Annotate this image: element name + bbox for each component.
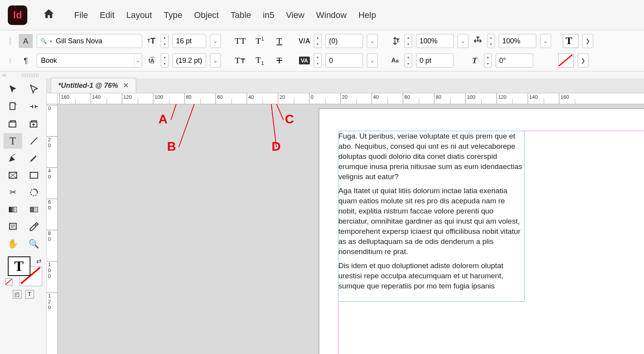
ruler-origin[interactable]	[47, 93, 58, 104]
menu-in5[interactable]: in5	[263, 10, 274, 20]
menu-window[interactable]: Window	[316, 10, 347, 20]
leading-dropdown[interactable]: ⌄	[210, 53, 221, 68]
leading-icon: tA	[146, 57, 157, 64]
font-style-input[interactable]	[37, 57, 134, 65]
character-mode-button[interactable]: A	[19, 34, 33, 48]
font-size-icon: TT	[146, 36, 157, 46]
vscale-field[interactable]	[416, 34, 454, 48]
menu-file[interactable]: File	[74, 10, 88, 20]
more-options-button-2[interactable]: ❯	[578, 53, 589, 68]
hscale-dropdown[interactable]: ⌄	[540, 34, 551, 48]
rectangle-tool[interactable]	[25, 167, 43, 183]
tracking-field[interactable]	[326, 53, 363, 68]
type-tool[interactable]: T	[4, 133, 22, 149]
kerning-field[interactable]	[326, 34, 363, 48]
menu-layout[interactable]: Layout	[126, 10, 152, 20]
menu-edit[interactable]: Edit	[100, 10, 114, 20]
zoom-tool[interactable]: 🔍	[25, 236, 43, 252]
fill-stroke-swatches[interactable]: T ⇄	[5, 256, 42, 286]
all-caps-button[interactable]: TT	[233, 36, 248, 46]
subscript-button[interactable]: T1	[252, 55, 268, 66]
font-style-combo[interactable]: ⌄	[37, 53, 142, 68]
free-transform-tool[interactable]	[25, 185, 43, 200]
font-size-field[interactable]	[173, 34, 206, 48]
hand-tool[interactable]: ✋	[4, 236, 22, 252]
menu-object[interactable]: Object	[194, 10, 219, 20]
line-tool[interactable]	[25, 133, 43, 149]
tracking-spinner[interactable]: ▲▼	[314, 53, 322, 68]
rectangle-frame-tool[interactable]	[4, 167, 22, 183]
document-tab-bar: *Untitled-1 @ 76% ✕	[47, 78, 644, 93]
hscale-field[interactable]	[499, 34, 536, 48]
gap-tool[interactable]	[25, 99, 43, 114]
formatting-container-button[interactable]: ◰	[13, 290, 21, 299]
skew-spinner[interactable]: ▲▼	[484, 53, 492, 68]
page-tool[interactable]	[4, 99, 22, 114]
menu-view[interactable]: View	[286, 10, 304, 20]
swap-icon[interactable]: ⇄	[36, 257, 41, 265]
baseline-spinner[interactable]: ▲▼	[404, 53, 412, 68]
ruler-tick: 40	[372, 93, 403, 104]
tracking-dropdown[interactable]: ⌄	[367, 53, 378, 68]
font-family-combo[interactable]: 🔍 ▾ ⌄	[37, 34, 142, 48]
font-size-spinner[interactable]: ▲▼	[161, 34, 169, 48]
vscale-spinner[interactable]: ▲▼	[404, 34, 412, 48]
superscript-button[interactable]: T1	[252, 36, 268, 46]
content-collector-tool[interactable]	[4, 116, 22, 132]
scissors-tool[interactable]: ✂	[4, 185, 22, 200]
gradient-feather-tool[interactable]	[25, 202, 43, 217]
ruler-tick: 80	[47, 230, 57, 261]
small-caps-button[interactable]: Tᴛ	[233, 55, 248, 66]
document-tab-title: *Untitled-1 @ 76%	[58, 82, 118, 90]
paragraph-mode-button[interactable]: ¶	[19, 53, 33, 68]
kerning-spinner[interactable]: ▲▼	[314, 34, 322, 48]
panel-grip[interactable]	[8, 37, 12, 44]
annotation-d: D	[272, 139, 281, 154]
svg-text:T: T	[476, 36, 480, 42]
strikethrough-button[interactable]: T	[272, 55, 287, 66]
stroke-swatch[interactable]	[558, 53, 574, 68]
panel-grip[interactable]	[8, 59, 12, 62]
leading-field[interactable]	[173, 53, 206, 68]
direct-selection-tool[interactable]	[25, 82, 43, 97]
pasteboard[interactable]: Fuga. Ut peribus, veriae voluptate et qu…	[58, 104, 644, 354]
annotation-b: B	[167, 139, 176, 154]
vscale-dropdown[interactable]: ⌄	[457, 34, 468, 48]
eyedropper-tool[interactable]	[25, 219, 43, 235]
page[interactable]: Fuga. Ut peribus, veriae voluptate et qu…	[319, 109, 644, 354]
content-placer-tool[interactable]	[25, 116, 43, 132]
text-frame[interactable]: Fuga. Ut peribus, veriae voluptate et qu…	[338, 131, 525, 302]
font-family-input[interactable]	[53, 37, 149, 45]
formatting-text-button[interactable]: T	[25, 290, 34, 299]
font-size-dropdown[interactable]: ⌄	[210, 34, 221, 48]
menu-type[interactable]: Type	[164, 10, 182, 20]
more-options-button[interactable]: ❯	[582, 34, 593, 48]
baseline-field[interactable]	[416, 53, 454, 68]
kerning-dropdown[interactable]: ⌄	[367, 34, 378, 48]
ruler-tick: 80	[434, 93, 465, 104]
underline-button[interactable]: T	[272, 36, 287, 46]
menu-help[interactable]: Help	[358, 10, 376, 20]
note-tool[interactable]	[4, 219, 22, 235]
body-text[interactable]: Fuga. Ut peribus, veriae voluptate et qu…	[338, 131, 524, 291]
pen-tool[interactable]	[4, 150, 22, 166]
pencil-tool[interactable]	[25, 150, 43, 166]
fill-swatch[interactable]: T	[563, 34, 578, 48]
gradient-swatch-tool[interactable]	[4, 202, 22, 217]
default-colors-icon[interactable]	[5, 278, 12, 285]
menu-table[interactable]: Table	[231, 10, 251, 20]
home-icon[interactable]	[43, 8, 55, 22]
chevron-down-icon[interactable]: ⌄	[134, 55, 142, 66]
tools-panel: T ✂ ✋ 🔍 T ⇄	[0, 78, 47, 354]
document-tab[interactable]: *Untitled-1 @ 76% ✕	[51, 78, 136, 93]
ruler-tick: 120	[496, 93, 528, 104]
svg-rect-2	[10, 103, 15, 109]
selection-tool[interactable]	[4, 82, 22, 97]
horizontal-ruler[interactable]: 1601401201008060402002040608010012014016…	[58, 93, 644, 104]
hscale-spinner[interactable]: ▲▼	[487, 34, 495, 48]
skew-field[interactable]	[496, 53, 533, 68]
vertical-ruler[interactable]: 020406080100120	[47, 104, 58, 354]
app-logo: Id	[8, 5, 27, 25]
close-icon[interactable]: ✕	[123, 81, 129, 90]
leading-spinner[interactable]: ▲▼	[161, 53, 169, 68]
